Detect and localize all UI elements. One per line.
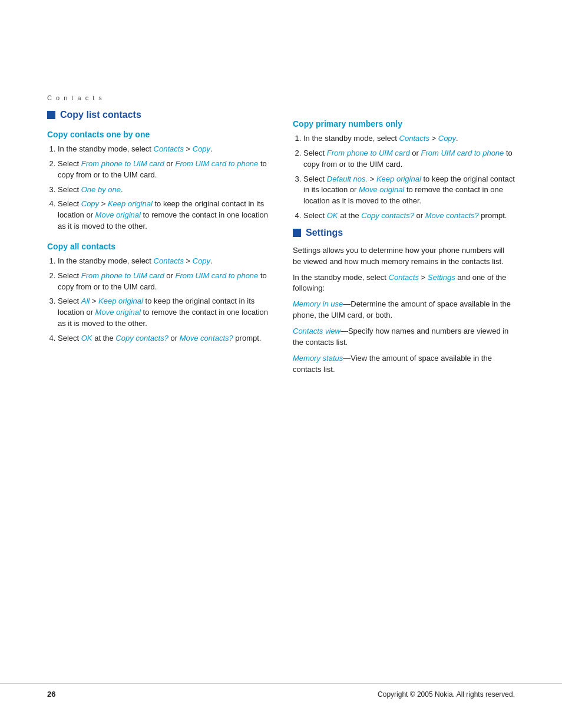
- copy-contacts-one-by-one-section: Copy contacts one by one In the standby …: [47, 130, 269, 232]
- ok-link: OK: [327, 211, 338, 220]
- list-item: In the standby mode, select Contacts > C…: [58, 256, 269, 267]
- all-link: All: [81, 297, 90, 305]
- contacts-link: Contacts: [399, 134, 429, 143]
- move-original-link: Move original: [95, 308, 141, 317]
- from-uim-link: From UIM card to phone: [175, 159, 258, 168]
- two-column-layout: Copy list contacts Copy contacts one by …: [47, 110, 515, 380]
- keep-original-link: Keep original: [376, 174, 421, 183]
- list-item: Select OK at the Copy contacts? or Move …: [303, 210, 515, 222]
- settings-title: Settings: [306, 228, 343, 238]
- one-by-one-link: One by one: [81, 185, 121, 194]
- keep-original-link: Keep original: [108, 199, 153, 208]
- list-item: Select From phone to UIM card or From UI…: [58, 159, 269, 181]
- from-uim-link: From UIM card to phone: [175, 271, 258, 280]
- contacts-link: Contacts: [389, 273, 419, 282]
- memory-status-label: Memory status: [293, 354, 343, 363]
- list-item: Select All > Keep original to keep the o…: [58, 296, 269, 330]
- default-nos-link: Default nos.: [327, 174, 368, 183]
- copy-primary-numbers-section: Copy primary numbers only In the standby…: [293, 119, 515, 222]
- settings-item-memory-in-use: Memory in use—Determine the amount of sp…: [293, 299, 515, 321]
- settings-desc2: In the standby mode, select Contacts > S…: [293, 272, 515, 295]
- copy-link2: Copy: [81, 199, 99, 208]
- page-footer: 26 Copyright © 2005 Nokia. All rights re…: [0, 683, 562, 699]
- from-phone-link: From phone to UIM card: [327, 149, 410, 157]
- copy-one-by-one-title: Copy contacts one by one: [47, 130, 269, 139]
- column-left: Copy list contacts Copy contacts one by …: [47, 110, 269, 380]
- memory-in-use-label: Memory in use: [293, 299, 343, 308]
- copyright-text: Copyright © 2005 Nokia. All rights reser…: [378, 690, 515, 699]
- list-item: Select OK at the Copy contacts? or Move …: [58, 333, 269, 344]
- from-uim-link: From UIM card to phone: [421, 149, 504, 157]
- column-right: Copy primary numbers only In the standby…: [293, 110, 515, 380]
- list-item: Select From phone to UIM card or From UI…: [303, 148, 515, 170]
- settings-item-contacts-view: Contacts view—Specify how names and numb…: [293, 326, 515, 348]
- move-original-link: Move original: [95, 210, 141, 219]
- move-contacts-link: Move contacts?: [425, 211, 479, 220]
- section-label: C o n t a c t s: [47, 94, 515, 101]
- settings-link: Settings: [428, 273, 455, 282]
- list-item: Select From phone to UIM card or From UI…: [58, 271, 269, 293]
- from-phone-link: From phone to UIM card: [81, 271, 164, 280]
- copy-primary-title: Copy primary numbers only: [293, 119, 515, 129]
- copy-all-list: In the standby mode, select Contacts > C…: [47, 256, 269, 344]
- page-wrapper: C o n t a c t s Copy list contacts Copy …: [0, 0, 562, 728]
- copy-contacts-link: Copy contacts?: [361, 211, 414, 220]
- list-item: Select Copy > Keep original to keep the …: [58, 199, 269, 232]
- move-original-link: Move original: [359, 185, 404, 194]
- copy-link: Copy: [193, 144, 210, 153]
- keep-original-link: Keep original: [98, 297, 143, 305]
- copy-link: Copy: [438, 134, 456, 143]
- copy-one-by-one-list: In the standby mode, select Contacts > C…: [47, 144, 269, 232]
- copy-list-contacts-label: Copy list contacts: [60, 110, 141, 120]
- contacts-link: Contacts: [154, 256, 184, 265]
- settings-title-wrapper: Settings: [293, 228, 515, 238]
- copy-contacts-link: Copy contacts?: [115, 334, 168, 342]
- move-contacts-link: Move contacts?: [180, 334, 233, 342]
- copy-list-contacts-title: Copy list contacts: [47, 110, 269, 120]
- blue-square-icon: [47, 111, 55, 119]
- settings-desc1: Settings allows you to determine how you…: [293, 245, 515, 268]
- copy-all-contacts-title: Copy all contacts: [47, 242, 269, 251]
- page-number: 26: [47, 690, 55, 699]
- list-item: Select One by one.: [58, 185, 269, 196]
- list-item: In the standby mode, select Contacts > C…: [303, 133, 515, 144]
- ok-link: OK: [81, 334, 92, 342]
- settings-section: Settings Settings allows you to determin…: [293, 228, 515, 375]
- contacts-view-label: Contacts view: [293, 327, 340, 335]
- contacts-link: Contacts: [154, 144, 184, 153]
- copy-all-contacts-section: Copy all contacts In the standby mode, s…: [47, 242, 269, 344]
- settings-item-memory-status: Memory status—View the amount of space a…: [293, 353, 515, 375]
- copy-primary-list: In the standby mode, select Contacts > C…: [293, 133, 515, 222]
- copy-link: Copy: [193, 256, 210, 265]
- list-item: In the standby mode, select Contacts > C…: [58, 144, 269, 155]
- blue-square-icon: [293, 229, 301, 237]
- from-phone-link: From phone to UIM card: [81, 159, 164, 168]
- list-item: Select Default nos. > Keep original to k…: [303, 174, 515, 207]
